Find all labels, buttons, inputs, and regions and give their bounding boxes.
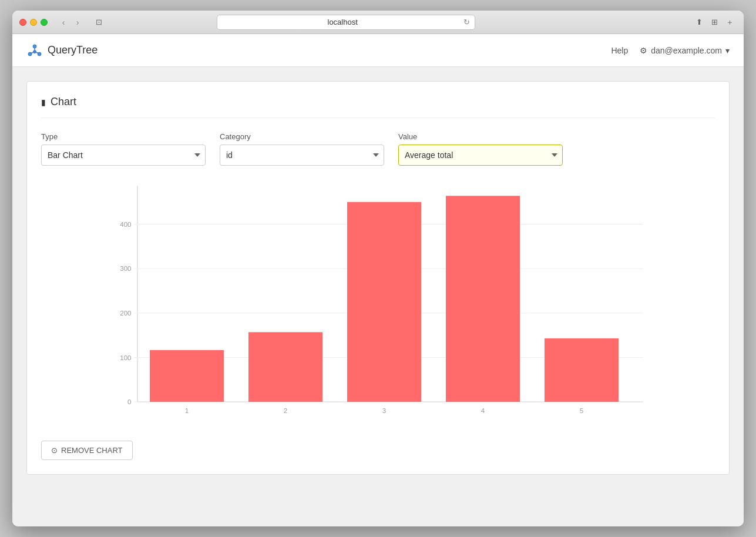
toolbar-right: ⬆ ⊞ ＋	[693, 16, 737, 29]
svg-text:5: 5	[580, 407, 583, 414]
new-tab-button[interactable]: ⊞	[708, 16, 721, 29]
svg-text:3: 3	[382, 407, 386, 414]
type-form-group: Type Bar Chart Line Chart Pie Chart	[41, 132, 206, 166]
svg-text:1: 1	[185, 407, 189, 414]
bar-4	[446, 196, 520, 402]
svg-text:300: 300	[120, 265, 131, 272]
bar-2	[248, 332, 322, 402]
value-form-group: Value Average total Sum total Count	[398, 132, 563, 166]
svg-text:100: 100	[120, 354, 131, 361]
maximize-button[interactable]	[41, 19, 48, 26]
category-label: Category	[220, 132, 384, 141]
svg-text:2: 2	[284, 407, 287, 414]
chart-card: ▮ Chart Type Bar Chart Line Chart Pie Ch…	[26, 81, 730, 475]
forward-button[interactable]: ›	[71, 16, 84, 29]
remove-chart-button[interactable]: ⊙ REMOVE CHART	[41, 441, 133, 460]
gear-icon: ⚙	[640, 46, 647, 55]
nav-buttons: ‹ ›	[57, 16, 84, 29]
main-content: ▮ Chart Type Bar Chart Line Chart Pie Ch…	[12, 67, 744, 526]
value-select[interactable]: Average total Sum total Count	[398, 145, 563, 166]
app-nav: QueryTree Help ⚙ dan@example.com ▾	[12, 34, 744, 67]
logo-icon	[26, 42, 43, 59]
traffic-lights	[19, 19, 48, 26]
browser-titlebar: ‹ › ⊡ localhost ↻ ⬆ ⊞ ＋	[12, 11, 744, 34]
add-button[interactable]: ＋	[724, 16, 737, 29]
share-button[interactable]: ⬆	[693, 16, 706, 29]
back-button[interactable]: ‹	[57, 16, 70, 29]
category-form-group: Category id name date	[220, 132, 384, 166]
bar-5	[545, 338, 619, 402]
svg-text:4: 4	[481, 407, 485, 414]
user-email: dan@example.com	[651, 46, 722, 55]
chart-header-icon: ▮	[41, 98, 46, 107]
card-title: Chart	[51, 96, 76, 108]
browser-window: ‹ › ⊡ localhost ↻ ⬆ ⊞ ＋ QueryTree	[12, 11, 744, 526]
svg-point-0	[33, 45, 36, 48]
address-text: localhost	[222, 18, 463, 26]
logo[interactable]: QueryTree	[26, 42, 98, 59]
svg-text:0: 0	[127, 398, 131, 405]
chart-container: 0 100 200 300 400	[41, 180, 715, 427]
show-tabs-button[interactable]: ⊡	[92, 16, 105, 29]
remove-chart-icon: ⊙	[51, 446, 58, 455]
address-bar: localhost ↻	[217, 15, 475, 30]
chevron-down-icon: ▾	[725, 46, 730, 55]
remove-chart-label: REMOVE CHART	[61, 446, 123, 455]
actions-row: ⊙ REMOVE CHART	[41, 441, 715, 460]
form-row: Type Bar Chart Line Chart Pie Chart Cate…	[41, 132, 715, 166]
category-select[interactable]: id name date	[220, 145, 384, 166]
minimize-button[interactable]	[30, 19, 37, 26]
svg-text:200: 200	[120, 310, 131, 317]
user-menu[interactable]: ⚙ dan@example.com ▾	[640, 46, 730, 55]
card-header: ▮ Chart	[41, 96, 715, 118]
type-label: Type	[41, 132, 206, 141]
type-select[interactable]: Bar Chart Line Chart Pie Chart	[41, 145, 206, 166]
close-button[interactable]	[19, 19, 26, 26]
value-label: Value	[398, 132, 563, 141]
bar-chart-svg: 0 100 200 300 400	[41, 180, 715, 427]
bar-3	[347, 202, 421, 402]
help-link[interactable]: Help	[611, 46, 628, 55]
logo-text: QueryTree	[48, 44, 98, 56]
nav-right: Help ⚙ dan@example.com ▾	[611, 46, 730, 55]
reload-button[interactable]: ↻	[463, 18, 470, 26]
bar-1	[150, 350, 224, 402]
svg-text:400: 400	[120, 221, 131, 228]
